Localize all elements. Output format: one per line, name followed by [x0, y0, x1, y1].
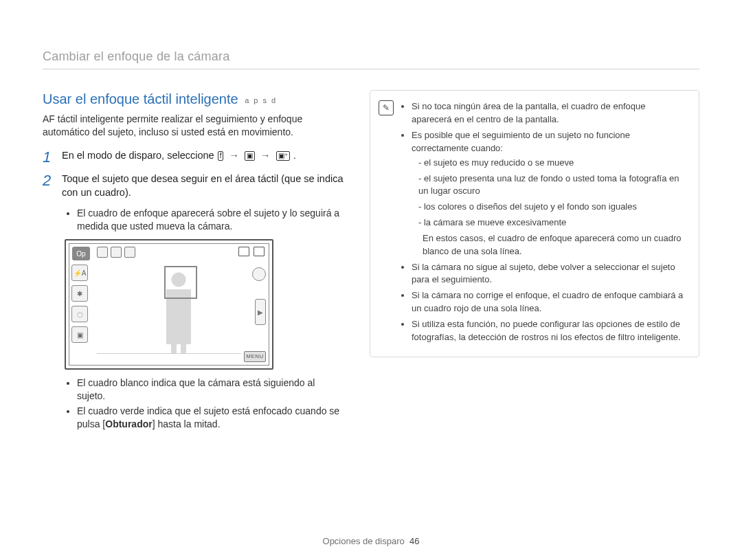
arrow-icon: → [227, 148, 242, 162]
focus-area-icon: ▣ [245, 151, 255, 161]
step-1-text: En el modo de disparo, seleccione [62, 150, 214, 161]
info-item: Si utiliza esta función, no puede config… [412, 318, 688, 344]
step-2-bullets: El cuadro de enfoque aparecerá sobre el … [65, 207, 345, 233]
battery-icon [254, 247, 265, 256]
info-item-text: Es posible que el seguimiento de un suje… [412, 130, 630, 153]
focus-box [164, 266, 197, 299]
section-title-text: Usar el enfoque táctil inteligente [43, 91, 238, 107]
info-sublist: el sujeto es muy reducido o se mueve el … [412, 157, 688, 229]
step-1-period: . [293, 150, 296, 161]
f-letter-icon: f [218, 151, 224, 161]
step-body: Toque el sujeto que desea seguir en el á… [62, 172, 345, 200]
info-list: Si no toca ningún área de la pantalla, e… [401, 100, 688, 344]
section-title: Usar el enfoque táctil inteligente a p s… [43, 90, 345, 109]
lcd-frame: Op ⚡A ✱ ◌ ▣ [69, 243, 269, 366]
arrow-icon: → [258, 148, 273, 162]
focus-mode-icon: ◌ [71, 306, 88, 322]
zoom-lens-icon [252, 267, 266, 281]
info-item: Si la cámara no corrige el enfoque, el c… [412, 289, 688, 315]
drive-mode-icon: ▣ [71, 326, 88, 343]
info-item: Si no toca ningún área de la pantalla, e… [412, 100, 688, 126]
indicator-icon [97, 247, 108, 258]
step-body: En el modo de disparo, seleccione f → ▣ … [62, 148, 296, 162]
step-number: 2 [43, 172, 55, 188]
note-icon: ✎ [379, 100, 394, 115]
page-number: 46 [409, 536, 419, 546]
section-intro: AF táctil inteligente permite realizar e… [43, 113, 345, 139]
mode-indicator-icon: Op [72, 247, 90, 260]
bullet-text-post: ] hasta la mitad. [153, 418, 221, 429]
camera-lcd-illustration: Op ⚡A ✱ ◌ ▣ [65, 239, 273, 370]
bullet: El cuadro verde indica que el sujeto est… [77, 405, 345, 431]
indicator-icon [111, 247, 122, 258]
info-subitem: la cámara se mueve excesivamente [418, 216, 688, 229]
lcd-top-indicators [97, 247, 135, 258]
flash-auto-icon: ⚡A [71, 265, 88, 281]
left-column: Usar el enfoque táctil inteligente a p s… [43, 90, 345, 438]
step-2-bullets-after: El cuadro blanco indica que la cámara es… [65, 377, 345, 431]
right-column: ✎ Si no toca ningún área de la pantalla,… [370, 90, 699, 438]
info-subitem: el sujeto es muy reducido o se mueve [418, 157, 688, 170]
self-timer-icon: ✱ [71, 285, 88, 302]
lcd-left-icons: ⚡A ✱ ◌ ▣ [71, 265, 88, 343]
step-2: 2 Toque el sujeto que desea seguir en el… [43, 172, 345, 200]
expand-handle-icon: ▶ [255, 299, 266, 325]
bullet: El cuadro de enfoque aparecerá sobre el … [77, 207, 345, 233]
step-number: 1 [43, 148, 55, 165]
info-subitem: el sujeto presenta una luz de fondo o us… [418, 172, 688, 199]
smart-touch-af-icon: ▣⁺ [276, 151, 290, 161]
step-1: 1 En el modo de disparo, seleccione f → … [43, 148, 345, 165]
info-item: Es posible que el seguimiento de un suje… [412, 129, 688, 258]
indicator-icon [124, 247, 135, 258]
page-footer: Opciones de disparo 46 [0, 535, 742, 548]
footer-section: Opciones de disparo [323, 536, 405, 546]
info-box: ✎ Si no toca ningún área de la pantalla,… [370, 90, 699, 357]
page-header: Cambiar el enfoque de la cámara [43, 48, 699, 65]
floor-line [97, 353, 241, 354]
shutter-label: Obturador [105, 418, 152, 429]
info-item: Si la cámara no sigue al sujeto, debe vo… [412, 261, 688, 287]
menu-button-icon: MENU [244, 351, 266, 362]
section-modes: a p s d [245, 96, 277, 104]
info-subitem: los colores o diseños del sujeto y el fo… [418, 201, 688, 214]
info-note: En estos casos, el cuadro de enfoque apa… [412, 232, 688, 258]
status-icon [238, 247, 249, 256]
header-rule [43, 69, 699, 69]
lcd-top-right-indicators [238, 247, 265, 256]
bullet: El cuadro blanco indica que la cámara es… [77, 377, 345, 403]
